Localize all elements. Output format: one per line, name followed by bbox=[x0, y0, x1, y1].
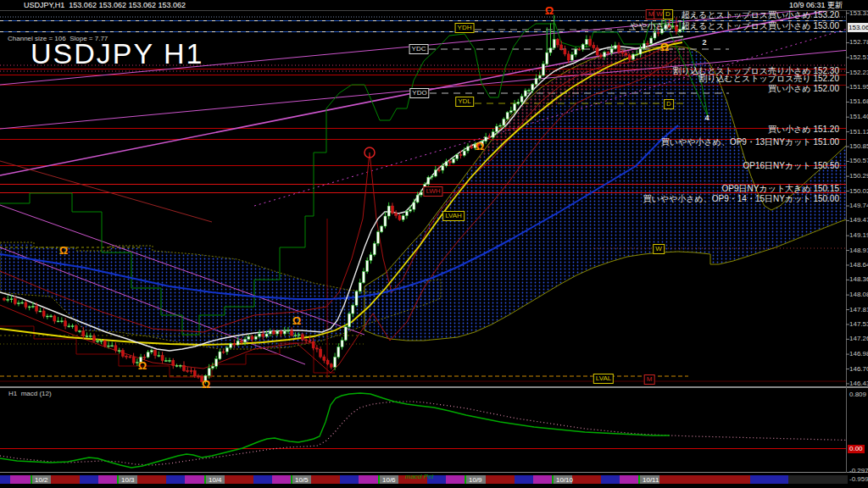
candle-body bbox=[352, 305, 354, 313]
candle-body bbox=[111, 346, 114, 347]
price-tick: 146.980 bbox=[849, 351, 868, 358]
timeline-segment[interactable] bbox=[572, 475, 601, 484]
price-tick: 150.295 bbox=[849, 173, 868, 180]
macd-signal-line bbox=[0, 402, 860, 465]
candle-body bbox=[564, 49, 566, 54]
candle-body bbox=[503, 119, 505, 125]
candle-body bbox=[3, 298, 6, 300]
timeline-segment[interactable] bbox=[80, 475, 98, 484]
timeline-segment[interactable] bbox=[166, 475, 185, 484]
timeline-tick bbox=[291, 475, 292, 484]
timeline-segment[interactable] bbox=[10, 475, 31, 484]
candle-body bbox=[57, 321, 59, 322]
price-tick: 147.535 bbox=[849, 321, 868, 328]
candle-body bbox=[161, 356, 164, 361]
candle-body bbox=[445, 162, 448, 166]
candle-body bbox=[334, 357, 337, 367]
candle-body bbox=[575, 49, 577, 54]
timeline-segment[interactable] bbox=[659, 475, 750, 484]
timeline-segment[interactable] bbox=[98, 475, 117, 484]
candle-body bbox=[499, 125, 502, 126]
candle-body bbox=[323, 357, 326, 360]
timeline-segment[interactable] bbox=[515, 475, 533, 484]
candle-body bbox=[305, 340, 308, 341]
timeline-segment[interactable] bbox=[225, 475, 253, 484]
candle-body bbox=[456, 155, 459, 159]
timeline-segment[interactable] bbox=[788, 475, 848, 484]
candle-body bbox=[315, 348, 318, 349]
order-annotation: やや小さめ・超えるとストップロス買い小さめ 153.00 bbox=[630, 22, 839, 30]
macd-pane[interactable] bbox=[0, 393, 860, 468]
trendline-red[interactable] bbox=[0, 161, 212, 222]
price-tick: 151.955 bbox=[849, 84, 868, 91]
timeline-segment[interactable] bbox=[0, 475, 10, 484]
pane-divider[interactable] bbox=[0, 386, 868, 388]
timeline-segment[interactable] bbox=[272, 475, 291, 484]
price-tick: 151.125 bbox=[849, 129, 868, 136]
candle-body bbox=[546, 53, 548, 64]
candle-body bbox=[294, 335, 297, 336]
price-tick: 150.020 bbox=[849, 188, 868, 195]
candle-body bbox=[129, 357, 131, 358]
candle-body bbox=[442, 166, 444, 170]
order-annotation: OP16日NYカット 150.50 bbox=[743, 162, 839, 170]
signal-marker-icon: Ω bbox=[545, 4, 554, 17]
candle-body bbox=[506, 113, 509, 119]
candle-body bbox=[7, 299, 9, 300]
candle-body bbox=[312, 341, 314, 347]
timeline-segment[interactable] bbox=[750, 475, 788, 484]
timeline-segment[interactable] bbox=[533, 475, 552, 484]
timeline-segment[interactable] bbox=[51, 475, 80, 484]
candle-body bbox=[596, 47, 598, 55]
candle-body bbox=[291, 330, 293, 336]
candle-body bbox=[39, 311, 42, 312]
timeline-segment[interactable] bbox=[311, 475, 340, 484]
timeline-segment[interactable] bbox=[340, 475, 359, 484]
candle-body bbox=[628, 55, 631, 59]
updated-timestamp: 10/9 06:31 更新 bbox=[789, 1, 843, 10]
timeline-segment[interactable] bbox=[486, 475, 515, 484]
price-tick: 150.575 bbox=[849, 158, 868, 164]
candle-body bbox=[158, 356, 160, 357]
date-label-10/6: 10/6 bbox=[382, 476, 396, 484]
order-annotation: OP9日NYカット大きめ 150.15 bbox=[722, 185, 839, 193]
candle-body bbox=[107, 346, 109, 347]
signal-marker-icon: Ω bbox=[202, 378, 210, 391]
candle-body bbox=[373, 243, 376, 254]
pivot-label-ydo: YDO bbox=[409, 88, 429, 98]
price-tick: 148.365 bbox=[849, 276, 868, 283]
candle-body bbox=[14, 299, 16, 304]
timeline-segment[interactable] bbox=[137, 475, 166, 484]
pivot-label-d: D bbox=[663, 9, 673, 19]
candle-body bbox=[560, 45, 563, 49]
candle-body bbox=[164, 361, 167, 362]
timeline-segment[interactable] bbox=[253, 475, 272, 484]
candle-body bbox=[431, 176, 433, 177]
candle-body bbox=[82, 331, 85, 336]
candle-body bbox=[376, 232, 379, 243]
candle-body bbox=[183, 365, 186, 370]
candle-body bbox=[79, 331, 81, 332]
candle-body bbox=[654, 32, 656, 38]
candle-body bbox=[463, 151, 465, 155]
candle-body bbox=[283, 331, 286, 334]
candle-body bbox=[251, 336, 253, 339]
pivot-label-lvah: LVAH bbox=[442, 211, 465, 221]
candle-body bbox=[485, 137, 487, 141]
price-tick: 152.785 bbox=[849, 39, 868, 46]
candle-body bbox=[625, 53, 627, 55]
timeline-segment[interactable] bbox=[359, 475, 378, 484]
date-label-10/4: 10/4 bbox=[209, 476, 222, 484]
timeline-segment[interactable] bbox=[446, 475, 465, 484]
timeline-segment[interactable] bbox=[601, 475, 620, 484]
timeline-segment[interactable] bbox=[620, 475, 638, 484]
timeline-segment[interactable] bbox=[185, 475, 204, 484]
candle-body bbox=[298, 335, 300, 336]
price-tick: 152.230 bbox=[849, 69, 868, 76]
candle-body bbox=[348, 313, 351, 327]
pivot-label-ydc: YDC bbox=[409, 44, 429, 54]
date-label-10/5: 10/5 bbox=[295, 476, 309, 484]
candle-body bbox=[186, 370, 189, 371]
candle-body bbox=[524, 91, 526, 97]
candle-body bbox=[280, 331, 282, 334]
